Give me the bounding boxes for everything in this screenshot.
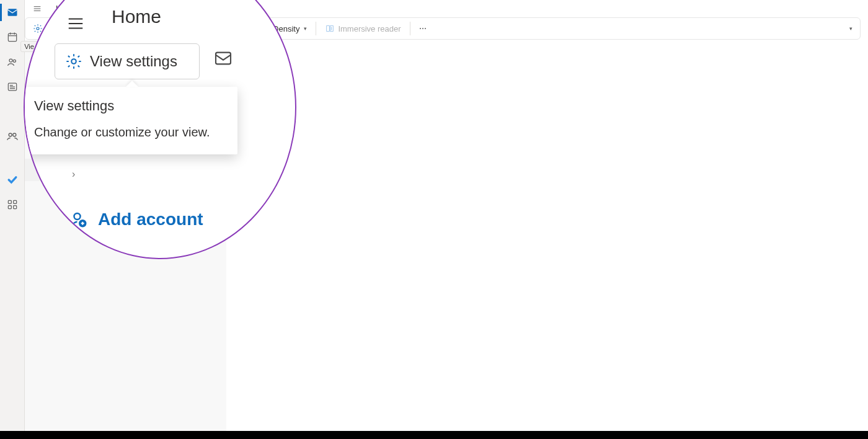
mail-icon <box>6 6 19 19</box>
folder-pane: › <box>25 40 226 431</box>
rail-apps[interactable] <box>0 192 25 217</box>
svg-rect-9 <box>8 206 11 209</box>
chevron-down-icon: ▾ <box>849 25 852 32</box>
nav-toggle[interactable] <box>25 0 50 17</box>
tab-home[interactable]: Home <box>50 1 84 16</box>
svg-point-14 <box>422 28 423 29</box>
folder-row-expand[interactable]: › <box>25 159 226 181</box>
svg-point-6 <box>13 133 16 136</box>
ribbon-density-label: Density <box>273 24 299 33</box>
group-icon <box>6 130 19 143</box>
bottom-strip <box>0 431 868 439</box>
newspaper-icon <box>6 81 19 93</box>
chevron-down-icon: ▾ <box>304 25 307 32</box>
ribbon: Layout ▾ Density ▾ Immersive reader ▾ <box>25 17 861 40</box>
svg-rect-10 <box>14 206 17 209</box>
svg-rect-1 <box>8 33 16 41</box>
density-icon <box>260 24 270 33</box>
ribbon-separator <box>410 22 410 35</box>
more-icon <box>418 24 428 33</box>
hamburger-icon <box>32 4 42 14</box>
svg-point-13 <box>420 28 421 29</box>
ribbon-overflow[interactable] <box>414 20 432 37</box>
ribbon-immersive-label: Immersive reader <box>338 24 401 33</box>
svg-point-5 <box>9 133 12 136</box>
svg-point-15 <box>425 28 426 29</box>
apps-grid-icon <box>6 198 19 211</box>
ribbon-density[interactable]: Density ▾ <box>255 20 312 37</box>
rail-mail[interactable] <box>0 0 25 25</box>
rail-todo[interactable] <box>0 167 25 192</box>
rail-vie-label: Vie <box>20 41 38 52</box>
check-icon <box>6 174 19 186</box>
ribbon-immersive-reader: Immersive reader <box>320 20 405 37</box>
gear-icon <box>33 24 43 33</box>
tabbar: Home <box>25 0 868 17</box>
chevron-down-icon: ▾ <box>247 25 250 32</box>
svg-rect-0 <box>8 9 17 16</box>
svg-point-2 <box>9 59 12 62</box>
ribbon-layout-label: Layout <box>218 24 242 33</box>
svg-rect-12 <box>207 25 214 32</box>
calendar-icon <box>6 31 19 43</box>
app-rail <box>0 0 25 431</box>
rail-people[interactable] <box>0 50 25 74</box>
people-icon <box>6 56 19 68</box>
ribbon-view-settings-icon[interactable] <box>29 20 46 37</box>
ribbon-separator <box>196 22 197 35</box>
ribbon-separator <box>316 22 316 35</box>
ribbon-expand[interactable]: ▾ <box>844 20 856 37</box>
svg-point-3 <box>13 60 16 62</box>
rail-files[interactable] <box>0 74 25 99</box>
immersive-reader-icon <box>325 24 335 33</box>
svg-rect-8 <box>14 200 17 203</box>
ribbon-layout[interactable]: Layout ▾ <box>200 20 255 37</box>
svg-point-11 <box>37 27 39 30</box>
rail-group[interactable] <box>0 124 25 149</box>
svg-rect-7 <box>8 200 11 203</box>
chevron-right-icon: › <box>68 166 81 174</box>
layout-icon <box>205 24 215 33</box>
